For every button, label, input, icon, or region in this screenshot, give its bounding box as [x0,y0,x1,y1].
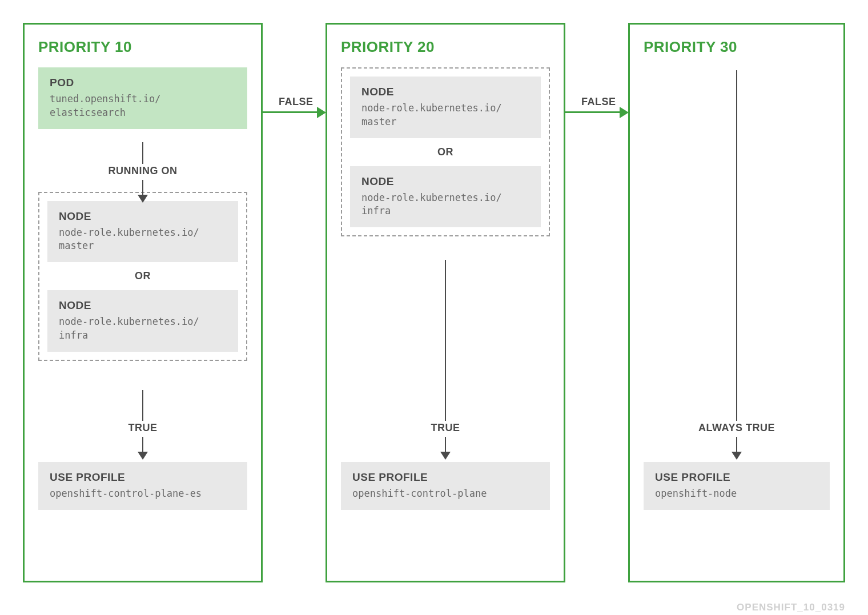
arrow-down-icon [138,195,148,203]
tuned-priority-diagram: PRIORITY 10 POD tuned.openshift.io/ elas… [23,23,845,594]
arrow-right-icon [620,107,629,118]
node-label: NODE [361,86,529,98]
running-on-label: RUNNING ON [106,164,180,178]
node-value: node-role.kubernetes.io/ infra [361,191,529,219]
node-value: node-role.kubernetes.io/ master [361,102,529,129]
pod-block: POD tuned.openshift.io/ elasticsearch [38,67,247,129]
true-label: TRUE [429,421,463,435]
pod-label: POD [50,77,236,89]
pod-value: tuned.openshift.io/ elasticsearch [50,93,236,120]
node-label: NODE [59,210,227,223]
node-or-group-2: NODE node-role.kubernetes.io/ master OR … [341,67,550,236]
priority-30-box: PRIORITY 30 ALWAYS TRUE USE PROFILE open… [628,23,845,582]
priority-10-box: PRIORITY 10 POD tuned.openshift.io/ elas… [23,23,263,582]
profile-block-2: USE PROFILE openshift-control-plane [341,462,550,510]
priority-30-title: PRIORITY 30 [644,38,830,56]
footer-id: OPENSHIFT_10_0319 [737,602,845,613]
node-block-infra: NODE node-role.kubernetes.io/ infra [47,290,238,352]
or-label: OR [350,138,541,166]
always-true-label: ALWAYS TRUE [696,421,777,435]
node-or-group-1: NODE node-role.kubernetes.io/ master OR … [38,192,247,361]
profile-block-3: USE PROFILE openshift-node [644,462,830,510]
false-connector-2 [565,111,621,113]
profile-value: openshift-node [655,487,818,501]
false-connector-1 [263,111,319,113]
arrow-down-icon [732,452,742,460]
node-block-master: NODE node-role.kubernetes.io/ master [350,77,541,138]
arrow-down-icon [138,452,148,460]
node-label: NODE [361,175,529,188]
use-profile-label: USE PROFILE [352,471,539,484]
profile-value: openshift-control-plane [352,487,539,501]
false-label-1: FALSE [276,95,316,109]
arrow-right-icon [317,107,326,118]
false-label-2: FALSE [579,95,618,109]
true-label: TRUE [126,421,160,435]
node-block-infra: NODE node-role.kubernetes.io/ infra [350,166,541,228]
priority-20-box: PRIORITY 20 NODE node-role.kubernetes.io… [326,23,565,582]
profile-block-1: USE PROFILE openshift-control-plane-es [38,462,247,510]
node-label: NODE [59,299,227,312]
use-profile-label: USE PROFILE [655,471,818,484]
priority-10-title: PRIORITY 10 [38,38,247,56]
node-value: node-role.kubernetes.io/ master [59,226,227,254]
node-value: node-role.kubernetes.io/ infra [59,315,227,343]
or-label: OR [47,262,238,290]
node-block-master: NODE node-role.kubernetes.io/ master [47,201,238,263]
use-profile-label: USE PROFILE [50,471,236,484]
priority-20-title: PRIORITY 20 [341,38,550,56]
arrow-down-icon [440,452,451,460]
profile-value: openshift-control-plane-es [50,487,236,501]
